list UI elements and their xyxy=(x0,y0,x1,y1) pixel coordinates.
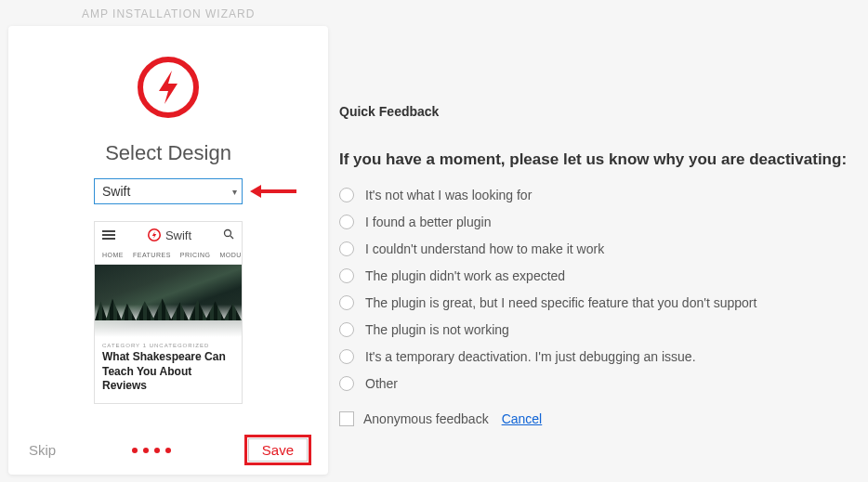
step-dot xyxy=(154,448,160,453)
radio-icon[interactable] xyxy=(339,188,354,202)
design-select-wrap: Swift ▾ xyxy=(94,178,243,204)
anonymous-checkbox[interactable] xyxy=(339,411,354,426)
feedback-option[interactable]: The plugin is not working xyxy=(339,322,864,337)
step-dot xyxy=(165,448,171,453)
radio-icon[interactable] xyxy=(339,322,354,337)
preview-nav-item: HOME xyxy=(102,252,124,258)
preview-nav-item: PRICING xyxy=(180,252,211,258)
feedback-title: Quick Feedback xyxy=(339,104,864,119)
annotation-arrow-icon xyxy=(250,182,296,201)
design-select-value: Swift xyxy=(102,184,130,199)
amp-logo-icon xyxy=(135,54,202,121)
preview-brand: Swift xyxy=(147,228,191,242)
hamburger-icon xyxy=(102,230,115,240)
feedback-option-label: It's not what I was looking for xyxy=(365,188,532,202)
feedback-option-label: Other xyxy=(365,376,398,391)
radio-icon[interactable] xyxy=(339,215,354,229)
feedback-panel: Quick Feedback If you have a moment, ple… xyxy=(339,104,864,426)
step-dots xyxy=(132,448,171,453)
step-dot xyxy=(143,448,149,453)
preview-nav-item: FEATURES xyxy=(133,252,171,258)
preview-category: CATEGORY 1 UNCATEGORIZED xyxy=(95,337,242,348)
radio-icon[interactable] xyxy=(339,268,354,283)
save-button[interactable]: Save xyxy=(248,438,308,462)
feedback-option[interactable]: The plugin didn't work as expected xyxy=(339,268,864,283)
theme-preview: Swift HOME FEATURES PRICING MODUL CATEGO… xyxy=(94,221,243,404)
feedback-option[interactable]: It's a temporary deactivation. I'm just … xyxy=(339,349,864,364)
card-footer: Skip Save xyxy=(8,438,328,462)
cancel-link[interactable]: Cancel xyxy=(502,411,543,426)
radio-icon[interactable] xyxy=(339,376,354,391)
search-icon xyxy=(223,228,234,242)
svg-line-5 xyxy=(230,236,233,239)
radio-icon[interactable] xyxy=(339,241,354,256)
step-dot xyxy=(132,448,138,453)
feedback-option[interactable]: The plugin is great, but I need specific… xyxy=(339,295,864,310)
radio-icon[interactable] xyxy=(339,295,354,310)
skip-button[interactable]: Skip xyxy=(29,442,56,458)
preview-nav: HOME FEATURES PRICING MODUL xyxy=(95,248,242,265)
wizard-card: Select Design Swift ▾ Swift HOME FEATURE… xyxy=(8,26,328,475)
preview-image-trees xyxy=(95,296,242,320)
preview-image xyxy=(95,265,242,337)
wizard-title: AMP INSTALLATION WIZARD xyxy=(82,7,255,20)
design-select[interactable]: Swift xyxy=(94,178,243,204)
preview-post-title: What Shakespeare Can Teach You About Rev… xyxy=(95,348,242,403)
preview-nav-item: MODUL xyxy=(220,252,243,258)
feedback-option-label: I couldn't understand how to make it wor… xyxy=(365,241,604,256)
feedback-option[interactable]: I found a better plugin xyxy=(339,215,864,229)
feedback-option[interactable]: It's not what I was looking for xyxy=(339,188,864,202)
select-design-heading: Select Design xyxy=(105,141,231,165)
preview-header: Swift xyxy=(95,222,242,248)
radio-icon[interactable] xyxy=(339,349,354,364)
feedback-option[interactable]: I couldn't understand how to make it wor… xyxy=(339,241,864,256)
preview-brand-text: Swift xyxy=(165,228,191,242)
feedback-heading: If you have a moment, please let us know… xyxy=(339,150,864,169)
svg-point-4 xyxy=(224,229,230,236)
feedback-option-label: The plugin didn't work as expected xyxy=(365,268,565,283)
feedback-options: It's not what I was looking forI found a… xyxy=(339,188,864,391)
anonymous-label: Anonymous feedback xyxy=(363,411,489,426)
anonymous-row: Anonymous feedback Cancel xyxy=(339,411,864,426)
feedback-option[interactable]: Other xyxy=(339,376,864,391)
svg-marker-2 xyxy=(250,185,261,198)
feedback-option-label: I found a better plugin xyxy=(365,215,491,229)
feedback-option-label: The plugin is not working xyxy=(365,322,509,337)
feedback-option-label: It's a temporary deactivation. I'm just … xyxy=(365,349,696,364)
feedback-option-label: The plugin is great, but I need specific… xyxy=(365,295,756,310)
